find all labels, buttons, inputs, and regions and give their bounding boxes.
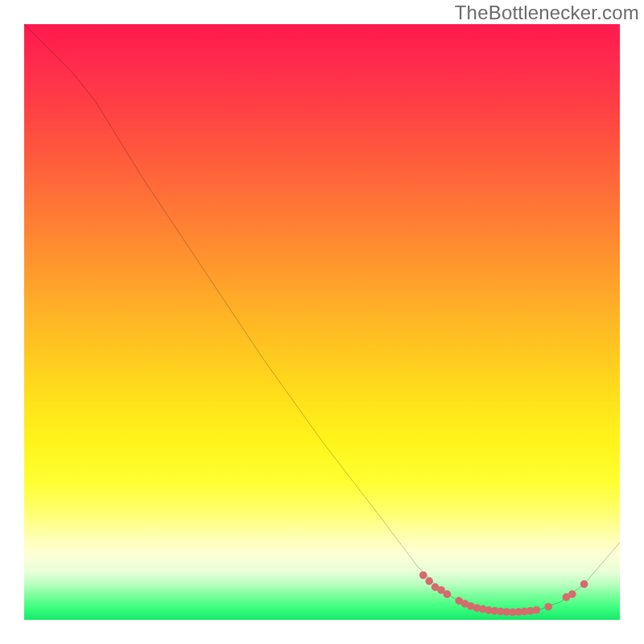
highlight-point <box>419 572 427 580</box>
bottleneck-curve <box>24 24 620 612</box>
highlight-point <box>580 580 588 588</box>
chart-canvas: TheBottlenecker.com <box>0 0 644 644</box>
highlight-point <box>425 577 433 585</box>
highlight-point <box>444 590 452 598</box>
highlight-point <box>533 606 541 614</box>
plot-svg <box>24 24 620 620</box>
highlight-point <box>568 590 576 598</box>
watermark-text: TheBottlenecker.com <box>455 2 639 24</box>
highlight-points <box>419 572 588 617</box>
highlight-point <box>544 603 552 611</box>
